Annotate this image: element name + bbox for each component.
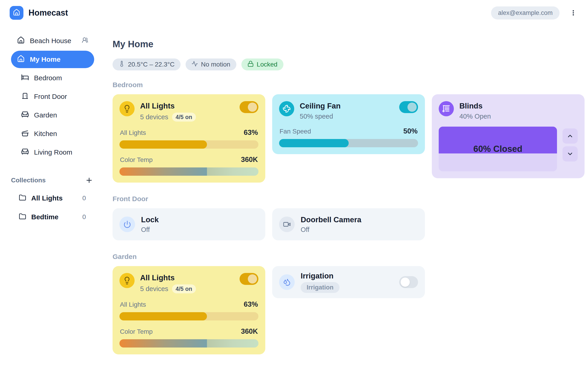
- blind-buttons: [562, 127, 578, 171]
- all-lights-toggle[interactable]: [240, 101, 258, 113]
- chevron-up-icon: [567, 133, 573, 140]
- collection-item-bedtime[interactable]: Bedtime 0: [11, 208, 94, 226]
- bedroom-cards: All Lights 5 devices 4/5 on All Lights 6…: [112, 94, 585, 183]
- blind-up-button[interactable]: [562, 128, 578, 144]
- card-header: All Lights 5 devices 4/5 on: [120, 273, 258, 293]
- device-subtitle: 40% Open: [459, 113, 491, 120]
- lock-icon: [247, 60, 254, 69]
- power-icon: [120, 217, 135, 232]
- lock-card[interactable]: Lock Off: [112, 208, 265, 240]
- slider-unfilled-wash: [207, 167, 258, 176]
- card-titles: Blinds 40% Open: [459, 101, 578, 120]
- device-subtitle: 50% speed: [300, 113, 333, 120]
- brand: Homecast: [10, 6, 68, 20]
- status-texts: Doorbell Camera Off: [301, 215, 361, 234]
- irrigation-toggle[interactable]: [399, 276, 418, 288]
- ceiling-fan-toggle[interactable]: [399, 101, 418, 113]
- brightness-slider[interactable]: [120, 140, 258, 149]
- slider-row: Color Temp 360K: [120, 156, 258, 164]
- device-title: Doorbell Camera: [301, 215, 361, 224]
- kebab-menu-icon[interactable]: [568, 8, 578, 18]
- blind-position-control[interactable]: 60% Closed: [439, 127, 557, 171]
- app-logo: [10, 6, 23, 20]
- slider-label: All Lights: [120, 301, 146, 308]
- sidebar-item-label: My Home: [30, 56, 61, 63]
- irrigation-card[interactable]: Irrigation Irrigation: [272, 266, 425, 298]
- slider-unfilled-wash: [207, 339, 258, 348]
- collection-label: Bedtime: [31, 213, 58, 221]
- page-title: My Home: [112, 39, 585, 49]
- house-icon: [17, 55, 30, 64]
- droplets-icon: [279, 274, 295, 290]
- slider-row: All Lights 63%: [120, 300, 258, 309]
- card-subrow: 5 devices 4/5 on: [140, 113, 234, 122]
- irrigation-badge: Irrigation: [301, 282, 339, 293]
- blind-control: 60% Closed: [439, 127, 578, 171]
- sidebar-item-label: Bedroom: [34, 74, 62, 82]
- sofa-icon: [21, 110, 34, 120]
- sidebar-item-bedroom[interactable]: Bedroom: [11, 69, 94, 87]
- sidebar-item-label: Beach House: [30, 37, 71, 45]
- device-title: Irrigation: [301, 272, 339, 280]
- collection-item-all-lights[interactable]: All Lights 0: [11, 190, 94, 207]
- slider-fill: [120, 312, 207, 320]
- sidebar-item-front-door[interactable]: Front Door: [11, 88, 94, 105]
- device-subtitle: 5 devices: [140, 285, 168, 293]
- doorbell-camera-card[interactable]: Doorbell Camera Off: [272, 208, 425, 240]
- color-temp-slider[interactable]: [120, 167, 258, 176]
- device-title: Lock: [141, 215, 159, 224]
- house-icon: [17, 36, 30, 46]
- color-temp-slider[interactable]: [120, 339, 258, 348]
- blind-down-button[interactable]: [562, 146, 578, 161]
- device-title: Ceiling Fan: [300, 102, 394, 110]
- temperature-chip-label: 20.5°C – 22.3°C: [128, 61, 174, 68]
- card-titles: All Lights 5 devices 4/5 on: [140, 273, 234, 293]
- sidebar-item-label: Front Door: [34, 93, 67, 100]
- device-title: All Lights: [140, 273, 234, 282]
- sidebar-item-kitchen[interactable]: Kitchen: [11, 125, 94, 142]
- status-chips: 20.5°C – 22.3°C No motion Locked: [112, 58, 585, 70]
- toggle-knob: [401, 277, 410, 287]
- garden-cards: All Lights 5 devices 4/5 on All Lights 6…: [112, 266, 585, 354]
- sidebar-item-garden[interactable]: Garden: [11, 106, 94, 124]
- slider-row: Color Temp 360K: [120, 327, 258, 336]
- add-collection-button[interactable]: [84, 175, 94, 185]
- slider-value: 360K: [241, 156, 258, 164]
- sidebar-item-label: Living Room: [34, 148, 72, 156]
- plus-icon: [85, 176, 93, 184]
- devices-on-badge: 4/5 on: [172, 113, 196, 122]
- temperature-chip: 20.5°C – 22.3°C: [112, 58, 181, 70]
- bed-icon: [21, 73, 34, 83]
- sofa-icon: [21, 148, 34, 157]
- lock-status-chip: Locked: [242, 58, 284, 70]
- thermometer-icon: [119, 60, 125, 69]
- cooking-pot-icon: [21, 129, 34, 139]
- device-title: All Lights: [140, 102, 234, 110]
- blinds-card: Blinds 40% Open 60% Closed: [432, 94, 585, 178]
- section-title-garden: Garden: [112, 253, 585, 261]
- all-lights-toggle[interactable]: [240, 273, 258, 285]
- front-door-cards: Lock Off Doorbell Camera Off: [112, 208, 585, 240]
- card-header: Ceiling Fan 50% speed: [279, 101, 418, 120]
- devices-on-badge: 4/5 on: [172, 284, 196, 293]
- sidebar-item-beach-house[interactable]: Beach House: [11, 32, 94, 50]
- slider-row: All Lights 63%: [120, 128, 258, 137]
- user-email-pill[interactable]: alex@example.com: [491, 6, 560, 19]
- chevron-down-icon: [567, 150, 573, 157]
- sidebar: Beach House My Home Bedroom Front Door G…: [0, 26, 106, 367]
- fan-icon: [279, 101, 294, 116]
- card-header: All Lights 5 devices 4/5 on: [120, 101, 258, 122]
- blind-state-label: 60% Closed: [439, 127, 557, 171]
- slider-value: 63%: [244, 300, 258, 309]
- sidebar-item-living-room[interactable]: Living Room: [11, 144, 94, 161]
- house-icon: [13, 9, 20, 17]
- collection-label: All Lights: [31, 194, 63, 202]
- toggle-knob: [248, 102, 257, 112]
- brightness-slider[interactable]: [120, 312, 258, 320]
- sidebar-item-my-home[interactable]: My Home: [11, 51, 94, 68]
- folder-icon: [19, 194, 31, 202]
- fan-speed-slider[interactable]: [279, 139, 418, 147]
- slider-label: Fan Speed: [279, 128, 311, 135]
- blinds-icon: [439, 101, 454, 116]
- card-subrow: 40% Open: [459, 113, 578, 120]
